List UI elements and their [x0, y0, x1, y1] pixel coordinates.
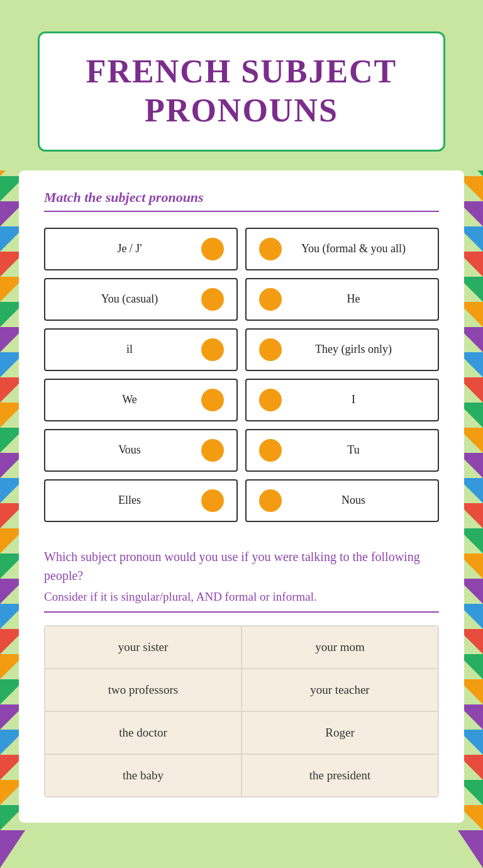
- people-row-3: the baby the president: [45, 754, 438, 797]
- people-cell-1-2[interactable]: your teacher: [242, 669, 438, 711]
- right-dot-3[interactable]: [259, 389, 282, 411]
- people-cell-3-2[interactable]: the president: [242, 754, 438, 797]
- people-row-1: two professors your teacher: [45, 669, 438, 711]
- people-row-0: your sister your mom: [45, 626, 438, 669]
- page-wrapper: FRENCH SUBJECT PRONOUNS Match the subjec…: [0, 0, 483, 868]
- left-item-2[interactable]: il: [44, 328, 238, 371]
- title-section: FRENCH SUBJECT PRONOUNS: [0, 0, 483, 170]
- section-divider-1: [44, 211, 439, 212]
- people-grid: your sister your mom two professors your…: [44, 625, 439, 798]
- right-item-label-0: You (formal & you all): [282, 242, 425, 255]
- left-dot-3[interactable]: [201, 389, 224, 411]
- left-item-label-2: il: [58, 343, 201, 356]
- left-item-label-1: You (casual): [58, 292, 201, 306]
- right-item-label-5: Nous: [282, 494, 425, 507]
- left-dot-2[interactable]: [201, 338, 224, 361]
- page-title: FRENCH SUBJECT PRONOUNS: [65, 52, 418, 131]
- left-item-label-3: We: [58, 393, 201, 406]
- match-grid: Je / J' You (formal & you all) You (casu…: [44, 228, 439, 522]
- right-item-0[interactable]: You (formal & you all): [245, 228, 439, 270]
- left-dot-0[interactable]: [201, 238, 224, 260]
- people-cell-0-1[interactable]: your sister: [45, 626, 242, 669]
- people-row-2: the doctor Roger: [45, 711, 438, 754]
- left-item-label-4: Vous: [58, 443, 201, 457]
- right-item-label-1: He: [282, 292, 425, 306]
- left-item-label-0: Je / J': [58, 242, 201, 255]
- left-dot-4[interactable]: [201, 439, 224, 462]
- people-cell-1-1[interactable]: two professors: [45, 669, 242, 711]
- left-item-0[interactable]: Je / J': [44, 228, 238, 270]
- svg-marker-34: [0, 830, 25, 868]
- left-dot-1[interactable]: [201, 288, 224, 311]
- svg-marker-68: [458, 830, 483, 868]
- people-cell-3-1[interactable]: the baby: [45, 754, 242, 797]
- right-dot-5[interactable]: [259, 489, 282, 512]
- left-dot-5[interactable]: [201, 489, 224, 512]
- subtext: Consider if it is singular/plural, AND f…: [44, 590, 439, 604]
- left-item-5[interactable]: Elles: [44, 479, 238, 522]
- right-dot-1[interactable]: [259, 288, 282, 311]
- people-cell-0-2[interactable]: your mom: [242, 626, 438, 669]
- right-item-1[interactable]: He: [245, 278, 439, 321]
- left-item-4[interactable]: Vous: [44, 429, 238, 472]
- question-text: Which subject pronoun would you use if y…: [44, 547, 439, 585]
- right-item-5[interactable]: Nous: [245, 479, 439, 522]
- right-dot-0[interactable]: [259, 238, 282, 260]
- right-dot-2[interactable]: [259, 338, 282, 361]
- content-area: Match the subject pronouns Je / J' You (…: [19, 170, 464, 823]
- section-divider-2: [44, 611, 439, 613]
- right-item-3[interactable]: I: [245, 379, 439, 421]
- right-item-label-4: Tu: [282, 443, 425, 457]
- left-item-3[interactable]: We: [44, 379, 238, 421]
- right-item-2[interactable]: They (girls only): [245, 328, 439, 371]
- right-item-label-2: They (girls only): [282, 343, 425, 356]
- people-cell-2-1[interactable]: the doctor: [45, 711, 242, 754]
- right-item-label-3: I: [282, 393, 425, 406]
- match-section-heading: Match the subject pronouns: [44, 189, 439, 206]
- title-box: FRENCH SUBJECT PRONOUNS: [38, 31, 445, 152]
- right-dot-4[interactable]: [259, 439, 282, 462]
- right-item-4[interactable]: Tu: [245, 429, 439, 472]
- people-cell-2-2[interactable]: Roger: [242, 711, 438, 754]
- left-item-label-5: Elles: [58, 494, 201, 507]
- left-item-1[interactable]: You (casual): [44, 278, 238, 321]
